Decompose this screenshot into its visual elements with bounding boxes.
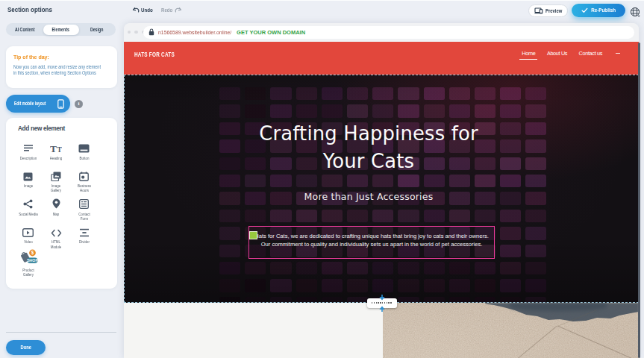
element-contact-form[interactable]: Contact Form bbox=[70, 198, 99, 227]
tip-title: Tip of the day: bbox=[13, 54, 107, 60]
element-business-hours[interactable]: Business Hours bbox=[70, 171, 99, 199]
site-header: HATS FOR CATS HomeAbout UsContact us bbox=[124, 42, 639, 75]
element-map[interactable]: Map bbox=[43, 198, 71, 227]
undo-button[interactable]: Undo bbox=[132, 7, 155, 13]
hero-subheading[interactable]: More than Just Accessories bbox=[125, 191, 613, 202]
element-divider[interactable]: Divider bbox=[70, 227, 99, 255]
selected-text-element[interactable]: Hats for Cats, we are dedicated to craft… bbox=[248, 226, 495, 259]
edit-mobile-layout-button[interactable]: Edit mobile layout bbox=[6, 95, 70, 113]
pavement-shadow-core bbox=[510, 303, 607, 311]
element-drag-handle[interactable] bbox=[249, 231, 257, 239]
check-icon bbox=[581, 7, 588, 13]
info-icon: i bbox=[78, 101, 80, 107]
map-icon bbox=[52, 198, 60, 209]
edit-mobile-label: Edit mobile layout bbox=[14, 101, 46, 106]
language-globe-button[interactable] bbox=[628, 5, 641, 18]
element-label: Business Hours bbox=[77, 183, 93, 193]
nav-link-home[interactable]: Home bbox=[522, 50, 535, 57]
business-hours-icon bbox=[79, 171, 89, 181]
tab-label: AI Content bbox=[15, 27, 34, 32]
element-product-gallery[interactable]: $ SHOP Product Gallery bbox=[14, 254, 43, 283]
element-label: Map bbox=[42, 212, 70, 216]
element-heading[interactable]: TTHeading bbox=[43, 142, 71, 171]
svg-text:T: T bbox=[57, 146, 63, 154]
social-media-icon bbox=[23, 198, 33, 209]
preview-button[interactable]: Preview bbox=[528, 4, 568, 17]
hero-heading-line1: Crafting Happiness for bbox=[125, 120, 613, 148]
nav-link-contact-us[interactable]: Contact us bbox=[579, 50, 602, 57]
window-dot-2 bbox=[134, 31, 138, 34]
element-label: Button bbox=[70, 156, 99, 160]
republish-label: Re-Publish bbox=[591, 7, 616, 13]
preview-label: Preview bbox=[545, 8, 562, 13]
globe-icon bbox=[630, 7, 640, 17]
redo-icon bbox=[175, 7, 182, 13]
element-button[interactable]: Button bbox=[70, 142, 99, 171]
tab-label: Elements bbox=[52, 27, 69, 32]
done-button[interactable]: Done bbox=[6, 340, 46, 355]
nav-more-button[interactable] bbox=[616, 53, 620, 54]
phone-icon bbox=[57, 99, 64, 109]
window-top-highlight bbox=[0, 0, 644, 1]
tab-elements[interactable]: Elements bbox=[43, 25, 79, 35]
product-gallery-icon: $ SHOP bbox=[19, 254, 38, 265]
pavement-image bbox=[383, 303, 639, 358]
get-domain-link[interactable]: GET YOUR OWN DOMAIN bbox=[237, 29, 305, 36]
page-title: Section options bbox=[7, 5, 52, 13]
contact-form-icon bbox=[79, 198, 89, 209]
hero-paragraph: Hats for Cats, we are dedicated to craft… bbox=[252, 233, 491, 248]
element-label: Social Media bbox=[14, 212, 43, 216]
description-icon bbox=[23, 142, 34, 153]
hero-heading-line2: Your Cats bbox=[125, 148, 613, 175]
element-label: Product Gallery bbox=[20, 268, 36, 277]
divider-icon bbox=[79, 227, 90, 237]
element-label: Divider bbox=[70, 239, 99, 244]
tab-label: Design bbox=[90, 27, 103, 32]
next-section-left bbox=[124, 303, 383, 358]
resize-arrow-up-icon bbox=[379, 306, 386, 312]
element-label: Heading bbox=[42, 156, 70, 160]
section-resize-handle[interactable] bbox=[367, 298, 397, 309]
nav-link-about-us[interactable]: About Us bbox=[547, 50, 567, 57]
html-module-icon bbox=[51, 227, 62, 237]
image-icon bbox=[23, 171, 33, 181]
devices-icon bbox=[534, 7, 543, 14]
tab-ai-content[interactable]: AI Content bbox=[7, 25, 43, 35]
resize-arrow-down-icon bbox=[379, 295, 386, 301]
panel-tab-bar: AI ContentElementsDesign bbox=[6, 23, 116, 36]
heading-icon: TT bbox=[50, 142, 62, 153]
redo-label: Redo bbox=[161, 7, 172, 13]
element-label: Contact Form bbox=[77, 212, 93, 222]
element-image-gallery[interactable]: Image Gallery bbox=[43, 171, 71, 199]
svg-text:SHOP: SHOP bbox=[27, 258, 38, 263]
handle-dots bbox=[372, 302, 393, 304]
done-label: Done bbox=[20, 345, 31, 350]
sidebar-divider bbox=[6, 332, 116, 333]
republish-button[interactable]: Re-Publish bbox=[572, 4, 625, 18]
undo-label: Undo bbox=[141, 7, 153, 13]
element-description[interactable]: Description bbox=[14, 142, 43, 171]
hero-section[interactable]: Crafting Happiness for Your Cats More th… bbox=[124, 75, 639, 303]
info-button[interactable]: i bbox=[75, 100, 83, 108]
lock-icon bbox=[149, 28, 154, 36]
hero-heading[interactable]: Crafting Happiness for Your Cats bbox=[125, 120, 613, 175]
element-image[interactable]: Image bbox=[14, 171, 43, 199]
video-icon bbox=[22, 227, 34, 237]
undo-icon bbox=[132, 7, 140, 13]
element-social-media[interactable]: Social Media bbox=[14, 198, 43, 227]
element-label: Image bbox=[14, 183, 43, 188]
hero-shading bbox=[124, 75, 639, 303]
preview-scrollbar[interactable] bbox=[638, 43, 640, 358]
add-element-title: Add new element bbox=[18, 125, 65, 132]
browser-chrome: n1566589.websitebuilder.online/ GET YOUR… bbox=[124, 23, 639, 42]
redo-button[interactable]: Redo bbox=[161, 7, 182, 13]
button-icon bbox=[78, 142, 90, 153]
tab-design[interactable]: Design bbox=[79, 25, 115, 35]
svg-text:$: $ bbox=[31, 251, 34, 257]
address-bar[interactable]: n1566589.websitebuilder.online/ GET YOUR… bbox=[143, 26, 634, 39]
element-html-module[interactable]: HTML Module bbox=[43, 227, 71, 255]
site-nav: HomeAbout UsContact us bbox=[522, 50, 620, 57]
site-logo[interactable]: HATS FOR CATS bbox=[134, 51, 175, 58]
site-url: n1566589.websitebuilder.online/ bbox=[158, 29, 231, 36]
add-element-card: Add new element DescriptionTTHeadingButt… bbox=[6, 118, 117, 289]
